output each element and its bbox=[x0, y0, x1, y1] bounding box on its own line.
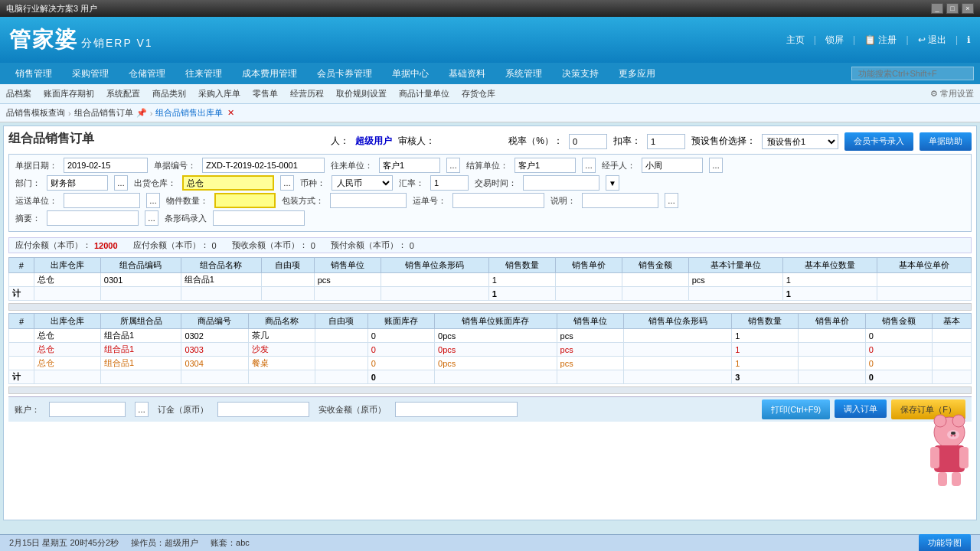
col-sale-amount: 销售金额 bbox=[622, 258, 688, 273]
toolbar-inventory[interactable]: 存货仓库 bbox=[462, 88, 495, 99]
upper-scrollbar[interactable] bbox=[8, 303, 972, 311]
col-prod-code: 商品编号 bbox=[181, 314, 248, 329]
to-unit-label: 往来单位： bbox=[331, 160, 373, 171]
package-label: 包装方式： bbox=[282, 195, 324, 207]
handler-input[interactable] bbox=[642, 158, 703, 173]
help-button[interactable]: 单据助助 bbox=[920, 132, 972, 151]
account-label: 账户： bbox=[15, 404, 40, 416]
toolbar-price-rule[interactable]: 取价规则设置 bbox=[336, 88, 387, 99]
lower-scrollbar[interactable] bbox=[8, 386, 972, 394]
note-label: 说明： bbox=[550, 195, 576, 207]
handler-dropdown[interactable]: … bbox=[709, 158, 723, 173]
settle-unit-dropdown[interactable]: … bbox=[582, 158, 596, 173]
price-select-label: 预设售价选择： bbox=[691, 135, 756, 148]
nav-system[interactable]: 系统管理 bbox=[496, 66, 551, 82]
nav-sales[interactable]: 销售管理 bbox=[6, 66, 61, 82]
nav-purchase[interactable]: 采购管理 bbox=[63, 66, 118, 82]
member-card-button[interactable]: 会员卡号录入 bbox=[844, 132, 913, 151]
breadcrumb-item-1[interactable]: 品销售模板查询 bbox=[6, 107, 65, 119]
doc-num-input[interactable] bbox=[202, 158, 325, 173]
col-sale-price2: 销售单价 bbox=[799, 314, 865, 329]
table-row[interactable]: 总仓 组合品1 0302 茶几 0 0pcs pcs 1 0 bbox=[9, 329, 972, 343]
account-input[interactable] bbox=[49, 402, 126, 417]
to-unit-input[interactable] bbox=[379, 158, 440, 173]
trade-time-dropdown[interactable]: ▼ bbox=[606, 175, 619, 191]
settings-button[interactable]: ⚙ 常用设置 bbox=[930, 88, 974, 99]
table-row[interactable]: 总仓 组合品1 0304 餐桌 0 0pcs pcs 1 0 bbox=[9, 357, 972, 370]
nav-basic[interactable]: 基础资料 bbox=[439, 66, 495, 82]
package-input[interactable] bbox=[330, 193, 407, 208]
to-unit-dropdown[interactable]: … bbox=[446, 158, 460, 173]
barcode-input[interactable] bbox=[213, 210, 305, 226]
exchange-input[interactable] bbox=[430, 175, 469, 191]
tax-input[interactable]: 0 bbox=[569, 134, 607, 149]
settle-unit-input[interactable] bbox=[514, 158, 576, 173]
received-input[interactable] bbox=[395, 402, 518, 417]
datetime-text: 2月15日 星期五 20时45分2秒 bbox=[9, 537, 119, 549]
toolbar-measure[interactable]: 商品计量单位 bbox=[399, 88, 449, 99]
col-warehouse: 出库仓库 bbox=[34, 258, 100, 273]
transport-dropdown[interactable]: … bbox=[146, 193, 160, 208]
col-combo-code: 组合品编码 bbox=[100, 258, 181, 273]
warehouse-dropdown[interactable]: … bbox=[280, 175, 294, 191]
user-label: 人： bbox=[331, 135, 349, 148]
date-input[interactable] bbox=[64, 158, 148, 173]
remark-input[interactable] bbox=[47, 210, 139, 226]
nav-more[interactable]: 更多应用 bbox=[609, 66, 665, 82]
toolbar-product-file[interactable]: 品档案 bbox=[6, 88, 31, 99]
toolbar-purchase-in[interactable]: 采购入库单 bbox=[198, 88, 240, 99]
breadcrumb-item-2[interactable]: 组合品销售订单 bbox=[74, 107, 133, 119]
order-input[interactable] bbox=[217, 402, 309, 417]
nav-transactions[interactable]: 往来管理 bbox=[176, 66, 231, 82]
breadcrumb-close-icon[interactable]: ✕ bbox=[227, 108, 234, 118]
lock-link[interactable]: 锁屏 bbox=[825, 34, 844, 47]
note-dropdown[interactable]: … bbox=[665, 193, 678, 208]
account-dropdown[interactable]: … bbox=[135, 402, 149, 417]
toolbar-category[interactable]: 商品类别 bbox=[152, 88, 186, 99]
breadcrumb-item-3[interactable]: 组合品销售出库单 bbox=[155, 107, 223, 119]
col-sale-unit: 销售单位 bbox=[314, 258, 381, 273]
close-button[interactable]: × bbox=[962, 3, 974, 14]
ship-num-input[interactable] bbox=[452, 193, 544, 208]
nav-search-input[interactable] bbox=[851, 67, 974, 80]
maximize-button[interactable]: □ bbox=[946, 3, 959, 14]
toolbar-sys-config[interactable]: 系统配置 bbox=[106, 88, 140, 99]
exit-link[interactable]: ↩ 退出 bbox=[918, 34, 946, 47]
table-row[interactable]: 总仓 组合品1 0303 沙发 0 0pcs pcs 1 0 bbox=[9, 343, 972, 357]
nav-cost[interactable]: 成本费用管理 bbox=[233, 66, 306, 82]
table-row[interactable]: 总仓 0301 组合品1 pcs 1 pcs 1 bbox=[9, 273, 972, 287]
currency-select[interactable]: 人民币 bbox=[332, 175, 393, 191]
home-link[interactable]: 主页 bbox=[786, 34, 805, 47]
nav-decision[interactable]: 决策支持 bbox=[553, 66, 608, 82]
discount-input[interactable]: 1 bbox=[647, 134, 685, 149]
print-button[interactable]: 打印(Ctrl+F9) bbox=[762, 399, 831, 419]
toolbar-retail[interactable]: 零售单 bbox=[253, 88, 278, 99]
col-wh2: 出库仓库 bbox=[34, 314, 100, 329]
trade-time-input[interactable] bbox=[523, 175, 599, 191]
minimize-button[interactable]: _ bbox=[931, 3, 943, 14]
warehouse-input[interactable] bbox=[182, 175, 274, 191]
save-order-button[interactable]: 保存订单（F） bbox=[891, 399, 965, 419]
import-order-button[interactable]: 调入订单 bbox=[835, 399, 887, 418]
col-base-price: 基本单位单价 bbox=[877, 258, 971, 273]
dept-dropdown[interactable]: … bbox=[114, 175, 128, 191]
transport-input[interactable] bbox=[64, 193, 140, 208]
account-value: abc bbox=[236, 538, 250, 547]
nav-warehouse[interactable]: 仓储管理 bbox=[119, 66, 175, 82]
piece-count-input[interactable] bbox=[214, 193, 276, 208]
price-select[interactable]: 预设售价1 bbox=[762, 134, 838, 149]
toolbar-history[interactable]: 经营历程 bbox=[290, 88, 324, 99]
dept-input[interactable] bbox=[47, 175, 108, 191]
info-icon[interactable]: ℹ bbox=[967, 34, 971, 45]
col-num2: # bbox=[9, 314, 34, 329]
register-link[interactable]: 📋 注册 bbox=[864, 34, 897, 47]
main-nav: 销售管理 采购管理 仓储管理 往来管理 成本费用管理 会员卡券管理 单据中心 基… bbox=[0, 63, 980, 84]
nav-docs[interactable]: 单据中心 bbox=[383, 66, 438, 82]
remark-dropdown[interactable]: … bbox=[145, 210, 158, 226]
dept-label: 部门： bbox=[15, 178, 41, 189]
note-input[interactable] bbox=[582, 193, 658, 208]
nav-member[interactable]: 会员卡券管理 bbox=[308, 66, 381, 82]
help-map-button[interactable]: 功能导图 bbox=[919, 534, 971, 552]
toolbar-account-init[interactable]: 账面库存期初 bbox=[44, 88, 94, 99]
operator-label: 操作员：超级用户 bbox=[131, 537, 198, 549]
